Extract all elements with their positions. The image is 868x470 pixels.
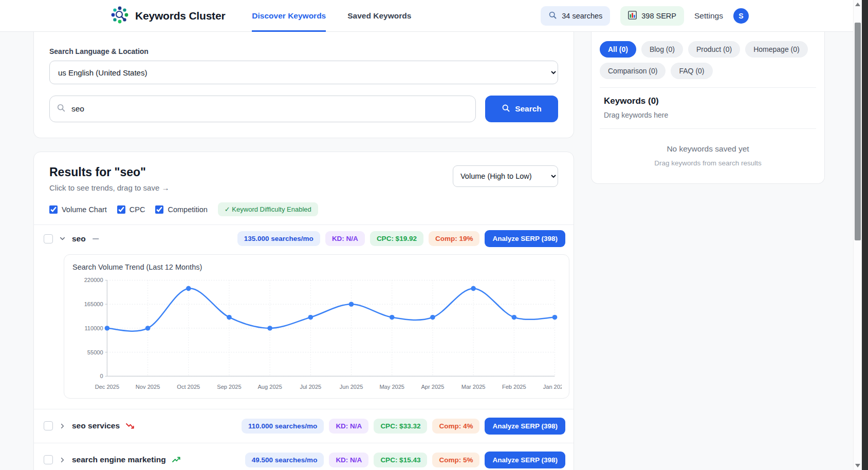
- settings-link[interactable]: Settings: [694, 11, 723, 21]
- serp-count-label: 398 SERP: [641, 12, 676, 20]
- row-checkbox[interactable]: [44, 234, 53, 243]
- results-header: Results for "seo" Click to see trends, d…: [34, 165, 574, 192]
- search-panel: Search Language & Location us English (U…: [33, 32, 574, 138]
- nav-tabs: Discover Keywords Saved Keywords: [252, 0, 411, 32]
- keyword-row: seo135.000 searches/moKD: N/ACPC: $19.92…: [34, 224, 574, 409]
- search-icon: [548, 11, 557, 21]
- vertical-scrollbar[interactable]: [853, 0, 862, 470]
- svg-text:Jun 2025: Jun 2025: [340, 384, 363, 390]
- competition-badge: Comp: 19%: [429, 231, 480, 246]
- scrollbar-down-arrow[interactable]: [855, 464, 860, 467]
- svg-text:Jul 2025: Jul 2025: [300, 384, 321, 390]
- svg-text:Dec 2025: Dec 2025: [95, 384, 119, 390]
- analyze-serp-button[interactable]: Analyze SERP (398): [485, 418, 565, 435]
- keyword-label[interactable]: search engine marketing: [72, 455, 166, 464]
- sort-select[interactable]: Volume (High to Low): [453, 165, 558, 187]
- trend-flat-icon: [91, 235, 101, 243]
- chevron-right-icon[interactable]: [59, 456, 66, 464]
- filter-chip-blog[interactable]: Blog (0): [641, 41, 683, 58]
- cpc-badge: CPC: $19.92: [370, 231, 423, 246]
- keyword-row-header[interactable]: search engine marketing49.500 searches/m…: [34, 443, 574, 470]
- empty-state-subtitle: Drag keywords from search results: [600, 159, 816, 167]
- keywords-count-title: Keywords (0): [604, 96, 812, 106]
- filter-chip-homepage[interactable]: Homepage (0): [745, 41, 808, 58]
- kd-badge: KD: N/A: [325, 231, 365, 246]
- chevron-right-icon[interactable]: [59, 422, 66, 430]
- results-title: Results for "seo": [49, 165, 169, 179]
- row-checkbox[interactable]: [44, 421, 53, 430]
- svg-text:55000: 55000: [87, 349, 103, 355]
- search-button-icon: [502, 104, 510, 115]
- competition-badge: Comp: 5%: [432, 453, 479, 467]
- kd-badge: KD: N/A: [329, 419, 368, 434]
- results-panel: Results for "seo" Click to see trends, d…: [33, 152, 574, 470]
- scrollbar-thumb[interactable]: [855, 23, 861, 240]
- filter-chip-product[interactable]: Product (0): [688, 41, 740, 58]
- analyze-serp-button[interactable]: Analyze SERP (398): [485, 452, 565, 468]
- search-input-icon: [57, 103, 66, 115]
- toggle-cpc[interactable]: CPC: [117, 205, 145, 214]
- volume-chart-card: Search Volume Trend (Last 12 Months)0550…: [64, 254, 569, 399]
- toggle-checkbox[interactable]: [155, 205, 163, 214]
- trend-down-icon: [125, 422, 135, 430]
- display-toggles: Volume ChartCPCCompetition✓ Keyword Diff…: [34, 192, 574, 224]
- analyze-serp-button[interactable]: Analyze SERP (398): [485, 230, 565, 247]
- svg-text:Oct 2025: Oct 2025: [177, 384, 200, 390]
- search-button[interactable]: Search: [485, 96, 558, 122]
- page-content: Search Language & Location us English (U…: [0, 32, 868, 470]
- empty-state: No keywords saved yet Drag keywords from…: [600, 129, 816, 170]
- filter-chip-faq[interactable]: FAQ (0): [671, 63, 712, 79]
- svg-text:Mar 2025: Mar 2025: [461, 384, 486, 390]
- svg-text:110000: 110000: [85, 325, 103, 331]
- category-filter-chips: All (0)Blog (0)Product (0)Homepage (0)Co…: [600, 40, 816, 88]
- toggle-checkbox[interactable]: [117, 205, 125, 214]
- results-subtitle: Click to see trends, drag to save →: [49, 183, 169, 192]
- user-avatar[interactable]: S: [733, 8, 749, 24]
- toggle-checkbox[interactable]: [49, 205, 58, 214]
- searches-count-badge: 34 searches: [541, 6, 610, 26]
- serp-count-badge: 398 SERP: [620, 6, 684, 26]
- filter-chip-all[interactable]: All (0): [600, 41, 636, 58]
- volume-badge: 135.000 searches/mo: [237, 231, 320, 246]
- nav-right-group: 34 searches 398 SERP Settings S: [541, 6, 749, 26]
- drop-hint: Drag keywords here: [604, 111, 812, 119]
- svg-text:May 2025: May 2025: [379, 384, 404, 390]
- main-column: Search Language & Location us English (U…: [33, 32, 574, 470]
- search-box: [49, 96, 476, 122]
- search-row: Search: [49, 96, 558, 122]
- keyword-row-header[interactable]: seo135.000 searches/moKD: N/ACPC: $19.92…: [34, 225, 574, 252]
- svg-text:Sep 2025: Sep 2025: [217, 384, 241, 390]
- keyword-row-header[interactable]: seo services110.000 searches/moKD: N/ACP…: [34, 409, 574, 443]
- row-badges: 49.500 searches/moKD: N/ACPC: $15.43Comp…: [245, 452, 565, 468]
- svg-text:Feb 2025: Feb 2025: [502, 384, 526, 390]
- volume-badge: 110.000 searches/mo: [242, 419, 324, 434]
- volume-chart-section: Search Volume Trend (Last 12 Months)0550…: [34, 252, 574, 409]
- svg-text:220000: 220000: [84, 277, 103, 283]
- volume-badge: 49.500 searches/mo: [245, 453, 324, 467]
- volume-trend-chart: 055000110000165000220000Dec 2025Nov 2025…: [71, 273, 562, 396]
- keyword-row: seo services110.000 searches/moKD: N/ACP…: [34, 409, 574, 443]
- toggle-label: Volume Chart: [62, 205, 107, 214]
- brand: Keywords Cluster: [110, 6, 225, 26]
- toggle-label: Competition: [168, 205, 207, 214]
- filter-chip-comparison[interactable]: Comparison (0): [600, 63, 666, 79]
- empty-state-title: No keywords saved yet: [600, 144, 816, 154]
- svg-text:Apr 2025: Apr 2025: [421, 384, 444, 390]
- toggle-competition[interactable]: Competition: [155, 205, 207, 214]
- keyword-search-input[interactable]: [49, 96, 476, 122]
- keyword-row: search engine marketing49.500 searches/m…: [34, 443, 574, 470]
- chevron-down-icon[interactable]: [59, 235, 66, 242]
- row-checkbox[interactable]: [44, 455, 53, 464]
- keyword-label[interactable]: seo: [72, 234, 86, 243]
- language-select[interactable]: us English (United States): [49, 61, 558, 84]
- tab-saved-keywords[interactable]: Saved Keywords: [347, 0, 411, 32]
- keyword-difficulty-enabled-badge: ✓ Keyword Difficulty Enabled: [218, 202, 318, 216]
- toggle-volume-chart[interactable]: Volume Chart: [49, 205, 107, 214]
- scrollbar-up-arrow[interactable]: [855, 3, 860, 6]
- screen-edge-strip: [862, 0, 868, 470]
- tab-discover-keywords[interactable]: Discover Keywords: [252, 0, 326, 32]
- keyword-label[interactable]: seo services: [72, 421, 120, 430]
- keyword-results-list: seo135.000 searches/moKD: N/ACPC: $19.92…: [34, 224, 574, 470]
- row-badges: 135.000 searches/moKD: N/ACPC: $19.92Com…: [237, 230, 565, 247]
- app-logo-icon: [110, 6, 129, 26]
